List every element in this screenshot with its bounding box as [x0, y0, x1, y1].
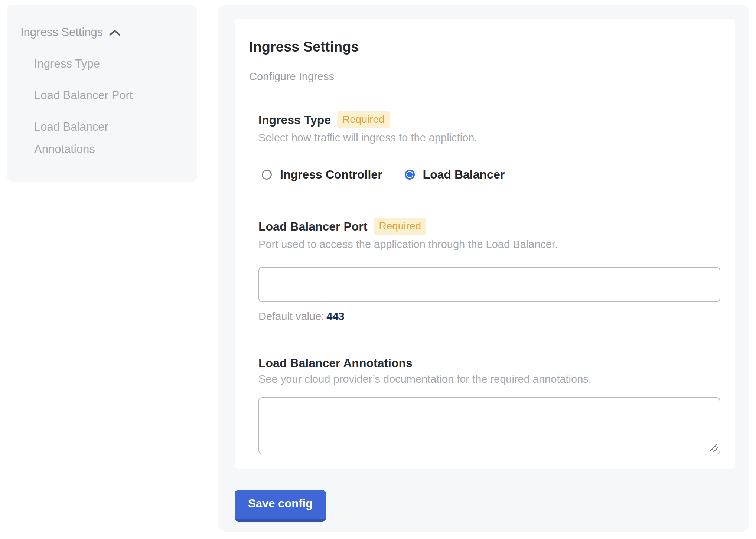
field-title-load-balancer-port: Load Balancer Port [258, 220, 367, 233]
field-title-ingress-type: Ingress Type [258, 113, 331, 127]
default-value-number: 443 [326, 310, 344, 322]
load-balancer-annotations-textarea[interactable] [258, 397, 720, 454]
radio-option-ingress-controller[interactable]: Ingress Controller [262, 168, 382, 181]
sidebar-section-ingress-settings[interactable]: Ingress Settings [20, 25, 197, 39]
radio-label-load-balancer: Load Balancer [423, 168, 505, 181]
field-ingress-type: Ingress Type Required Select how traffic… [258, 111, 720, 181]
page-title: Ingress Settings [249, 39, 720, 55]
required-badge-ingress-type: Required [337, 111, 390, 128]
main-panel: Ingress Settings Configure Ingress Ingre… [218, 5, 749, 532]
default-value-label: Default value: [258, 310, 324, 322]
radio-label-ingress-controller: Ingress Controller [280, 168, 382, 181]
radio-button-load-balancer[interactable] [405, 170, 415, 180]
sidebar-item-list: Ingress Type Load Balancer Port Load Bal… [34, 53, 182, 160]
resize-handle-icon[interactable] [710, 444, 718, 452]
sidebar-item-load-balancer-port[interactable]: Load Balancer Port [34, 84, 157, 107]
field-title-load-balancer-annotations: Load Balancer Annotations [258, 356, 413, 370]
field-description-load-balancer-port: Port used to access the application thro… [258, 238, 720, 251]
annotations-textarea-wrap [258, 397, 720, 454]
field-load-balancer-port: Load Balancer Port Required Port used to… [258, 218, 720, 323]
sidebar-section-label: Ingress Settings [20, 25, 103, 39]
radio-option-load-balancer[interactable]: Load Balancer [405, 168, 505, 181]
load-balancer-port-input[interactable] [258, 267, 720, 302]
ingress-type-radio-group: Ingress Controller Load Balancer [262, 168, 720, 181]
default-value-line: Default value:443 [258, 310, 720, 323]
settings-nav-sidebar: Ingress Settings Ingress Type Load Balan… [7, 5, 197, 182]
page-subtitle: Configure Ingress [249, 70, 720, 83]
radio-button-ingress-controller[interactable] [262, 170, 272, 180]
field-description-ingress-type: Select how traffic will ingress to the a… [258, 131, 720, 144]
field-load-balancer-annotations: Load Balancer Annotations See your cloud… [258, 356, 720, 454]
field-description-load-balancer-annotations: See your cloud provider’s documentation … [258, 373, 720, 385]
required-badge-load-balancer-port: Required [374, 218, 426, 235]
save-config-button[interactable]: Save config [235, 490, 326, 522]
sidebar-item-ingress-type[interactable]: Ingress Type [34, 53, 157, 75]
page: Ingress Settings Ingress Type Load Balan… [0, 0, 756, 539]
sidebar-item-load-balancer-annotations[interactable]: Load Balancer Annotations [34, 116, 157, 160]
ingress-settings-card: Ingress Settings Configure Ingress Ingre… [235, 19, 735, 469]
chevron-up-icon [108, 29, 121, 37]
